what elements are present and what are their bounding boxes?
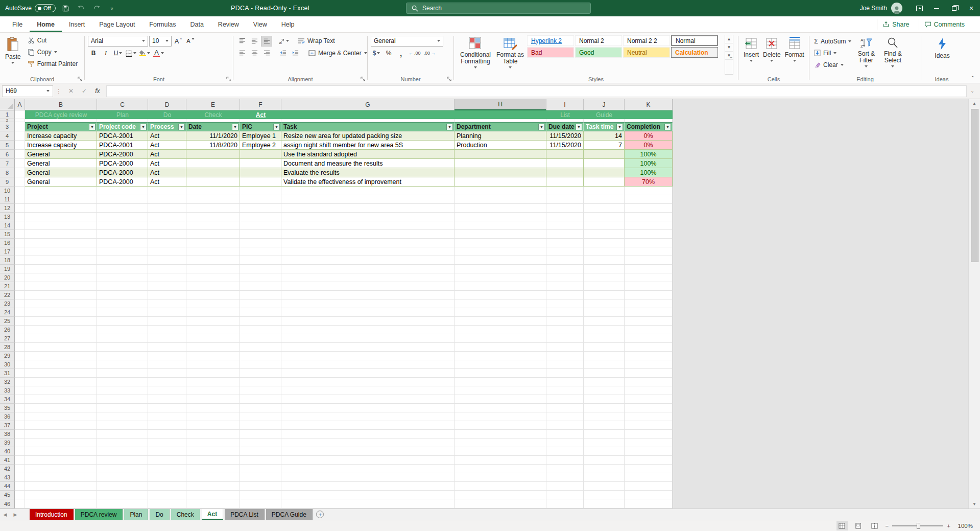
cell-A32[interactable]	[15, 378, 25, 386]
cell-G21[interactable]	[281, 282, 455, 291]
cell-G22[interactable]	[281, 291, 455, 299]
cell-D23[interactable]	[148, 299, 186, 308]
cell-F18[interactable]	[240, 256, 281, 265]
zoom-level[interactable]: 100%	[955, 523, 973, 529]
cell-A33[interactable]	[15, 386, 25, 395]
cell-H35[interactable]	[455, 404, 546, 412]
cell-C14[interactable]	[97, 221, 148, 230]
cell-J45[interactable]	[584, 491, 625, 499]
cell-J23[interactable]	[584, 299, 625, 308]
cell-E26[interactable]	[186, 326, 240, 334]
cell-K24[interactable]	[625, 308, 673, 317]
cell-G24[interactable]	[281, 308, 455, 317]
cell-F23[interactable]	[240, 299, 281, 308]
cell-B43[interactable]	[25, 473, 97, 482]
cell-F35[interactable]	[240, 404, 281, 412]
cell-J8[interactable]	[584, 168, 625, 177]
cell-H28[interactable]	[455, 343, 546, 352]
format-as-table-button[interactable]: Format as Table	[494, 35, 527, 75]
cell-B22[interactable]	[25, 291, 97, 299]
cell-H13[interactable]	[455, 213, 546, 221]
cell-I9[interactable]	[546, 177, 584, 187]
cell-F42[interactable]	[240, 465, 281, 473]
cell-E19[interactable]	[186, 265, 240, 273]
italic-button[interactable]: I	[100, 48, 111, 59]
cell-J43[interactable]	[584, 473, 625, 482]
cell-F29[interactable]	[240, 352, 281, 360]
cell-J11[interactable]	[584, 195, 625, 204]
cell-J28[interactable]	[584, 343, 625, 352]
cell-K29[interactable]	[625, 352, 673, 360]
cell-E12[interactable]	[186, 204, 240, 213]
cell-K5[interactable]: 0%	[625, 141, 673, 150]
cell-G42[interactable]	[281, 465, 455, 473]
filter-dropdown-icon[interactable]: ▼	[446, 124, 453, 130]
cell-A35[interactable]	[15, 404, 25, 412]
cell-A12[interactable]	[15, 204, 25, 213]
cell-B4[interactable]: Increase capacity	[25, 131, 97, 141]
cell-C33[interactable]	[97, 386, 148, 395]
cell-A9[interactable]	[15, 177, 25, 187]
font-size-select[interactable]: 10	[149, 36, 172, 47]
style-chip-calculation[interactable]: Calculation	[671, 47, 718, 58]
cell-C22[interactable]	[97, 291, 148, 299]
cell-J29[interactable]	[584, 352, 625, 360]
save-button[interactable]	[61, 3, 71, 13]
cell-K21[interactable]	[625, 282, 673, 291]
cell-K35[interactable]	[625, 404, 673, 412]
cell-J9[interactable]	[584, 177, 625, 187]
zoom-thumb[interactable]	[917, 523, 920, 529]
cell-H41[interactable]	[455, 456, 546, 465]
cell-E42[interactable]	[186, 465, 240, 473]
clipboard-dialog-launcher[interactable]	[77, 76, 83, 82]
cell-G23[interactable]	[281, 299, 455, 308]
row-header-20[interactable]: 20	[0, 273, 15, 282]
row-header-42[interactable]: 42	[0, 465, 15, 473]
cell-A44[interactable]	[15, 482, 25, 491]
cell-E31[interactable]	[186, 369, 240, 378]
cell-E15[interactable]	[186, 230, 240, 239]
cell-H11[interactable]	[455, 195, 546, 204]
ribbon-display-options-button[interactable]	[911, 0, 928, 16]
cell-K14[interactable]	[625, 221, 673, 230]
fill-button[interactable]: Fill	[812, 48, 853, 58]
cell-B19[interactable]	[25, 265, 97, 273]
cell-D26[interactable]	[148, 326, 186, 334]
cell-E29[interactable]	[186, 352, 240, 360]
cell-H45[interactable]	[455, 491, 546, 499]
cell-D21[interactable]	[148, 282, 186, 291]
cell-J39[interactable]	[584, 438, 625, 447]
cell-D42[interactable]	[148, 465, 186, 473]
row-header-39[interactable]: 39	[0, 438, 15, 447]
cell-C9[interactable]: PDCA-2000	[97, 177, 148, 187]
cell-D41[interactable]	[148, 456, 186, 465]
cell-I23[interactable]	[546, 299, 584, 308]
cell-D24[interactable]	[148, 308, 186, 317]
row-header-21[interactable]: 21	[0, 282, 15, 291]
cell-A46[interactable]	[15, 499, 25, 509]
cell-H21[interactable]	[455, 282, 546, 291]
cell-J34[interactable]	[584, 395, 625, 404]
cell-G25[interactable]	[281, 317, 455, 326]
cell-K8[interactable]: 100%	[625, 168, 673, 177]
align-right-button[interactable]	[261, 48, 272, 59]
cell-B23[interactable]	[25, 299, 97, 308]
cell-A34[interactable]	[15, 395, 25, 404]
cell-I38[interactable]	[546, 430, 584, 438]
cell-C34[interactable]	[97, 395, 148, 404]
cell-C38[interactable]	[97, 430, 148, 438]
cell-B25[interactable]	[25, 317, 97, 326]
cell-D20[interactable]	[148, 273, 186, 282]
sheet-tab-pdca-guide[interactable]: PDCA Guide	[266, 509, 313, 520]
cell-E35[interactable]	[186, 404, 240, 412]
cell-K13[interactable]	[625, 213, 673, 221]
cell-E14[interactable]	[186, 221, 240, 230]
cell-H32[interactable]	[455, 378, 546, 386]
cell-F41[interactable]	[240, 456, 281, 465]
cell-H44[interactable]	[455, 482, 546, 491]
cell-G40[interactable]	[281, 447, 455, 456]
cell-G19[interactable]	[281, 265, 455, 273]
cell-C41[interactable]	[97, 456, 148, 465]
style-chip-normal-2-2[interactable]: Normal 2 2	[623, 35, 670, 46]
wrap-text-button[interactable]: Wrap Text	[296, 36, 337, 47]
